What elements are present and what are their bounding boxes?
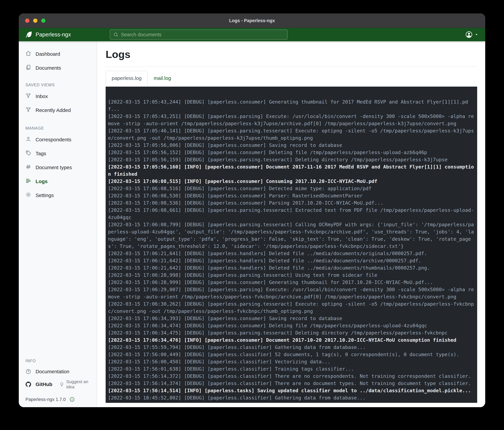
- log-line: [2022-03-15 17:56:01,638] [DEBUG] [paper…: [108, 365, 475, 373]
- sidebar-item-label: Documents: [36, 65, 61, 71]
- chevron-down-icon: [474, 32, 479, 37]
- log-line: [2022-03-15 17:56:14,372] [DEBUG] [paper…: [108, 373, 475, 380]
- search-bar[interactable]: Search documents: [110, 29, 288, 40]
- documents-icon: [26, 65, 31, 71]
- log-line: [2022-03-15 17:06:08,799] [DEBUG] [paper…: [108, 221, 475, 250]
- search-placeholder: Search documents: [121, 32, 162, 37]
- version-row: Paperless-ngx 1.7.0: [19, 391, 97, 402]
- sidebar-item-documentation[interactable]: Documentation: [19, 365, 97, 378]
- sidebar-item-label: GitHub: [36, 382, 52, 387]
- sidebar-item-label: Document types: [36, 165, 72, 170]
- log-content: [2022-03-15 17:05:43,244] [DEBUG] [paper…: [108, 87, 475, 403]
- sidebar-item-label: Inbox: [36, 93, 48, 99]
- sidebar-item[interactable]: Logs: [19, 174, 97, 188]
- log-line: [2022-03-15 17:56:14,514] [INFO] [paperl…: [108, 387, 475, 394]
- gear-icon: [26, 192, 31, 199]
- sidebar-item[interactable]: Recently Added: [19, 103, 97, 117]
- log-line: [2022-03-15 17:05:43,244] [DEBUG] [paper…: [108, 98, 475, 113]
- log-line: [2022-03-15 17:06:28,998] [DEBUG] [paper…: [108, 271, 475, 279]
- log-line: [2022-03-15 17:06:08,661] [DEBUG] [paper…: [108, 207, 475, 221]
- lightbulb-icon: [59, 382, 64, 387]
- window-title: Logs - Paperless-ngx: [19, 13, 485, 28]
- sidebar-item-github[interactable]: GitHub: [19, 378, 52, 391]
- log-line: [2022-03-15 17:05:56,006] [DEBUG] [paper…: [108, 142, 475, 149]
- log-line: [2022-03-15 17:06:34,476] [INFO] [paperl…: [108, 337, 475, 344]
- sidebar-item[interactable]: Settings: [19, 188, 97, 202]
- info-heading: INFO: [26, 358, 97, 363]
- log-line: [2022-03-15 17:05:56,160] [INFO] [paperl…: [108, 163, 475, 178]
- sidebar-item-label: Recently Added: [36, 107, 71, 113]
- log-viewer[interactable]: [2022-03-15 17:05:43,244] [DEBUG] [paper…: [106, 87, 477, 403]
- log-tab-label: mail.log: [153, 75, 171, 81]
- sidebar-item-label: Tags: [36, 151, 46, 156]
- log-line: [2022-03-15 17:05:43,251] [DEBUG] [paper…: [108, 113, 475, 127]
- app-header: Paperless-ngx Search documents: [19, 28, 485, 41]
- saved-views-heading: SAVED VIEWS: [26, 83, 97, 87]
- sidebar-item-label: Documentation: [36, 369, 69, 374]
- app-name: Paperless-ngx: [36, 31, 71, 38]
- title-divider: [106, 66, 477, 67]
- sidebar: Dashboard Documents SAVED VIEWS Inbox Re…: [19, 41, 97, 407]
- person-icon: [26, 136, 31, 143]
- log-line: [2022-03-15 17:06:21,641] [DEBUG] [paper…: [108, 250, 475, 257]
- hash-icon: [26, 164, 31, 171]
- user-avatar-icon: [465, 31, 473, 38]
- log-line: [2022-03-15 17:06:08,516] [DEBUG] [paper…: [108, 185, 475, 192]
- sidebar-item[interactable]: Dashboard: [19, 47, 97, 61]
- leaf-logo-icon: [25, 31, 33, 38]
- filter-icon: [26, 93, 31, 100]
- logs-icon: [26, 178, 31, 185]
- log-line: [2022-03-15 17:06:08,515] [INFO] [paperl…: [108, 178, 475, 185]
- sidebar-item[interactable]: Correspondents: [19, 133, 97, 147]
- info-circle-icon[interactable]: [69, 397, 75, 402]
- sidebar-item[interactable]: Tags: [19, 147, 97, 160]
- log-tabs: paperless.log mail.log: [106, 71, 477, 86]
- log-line: [2022-03-15 17:05:56,159] [DEBUG] [paper…: [108, 156, 475, 163]
- log-line: [2022-03-15 17:05:46,141] [DEBUG] [paper…: [108, 127, 475, 142]
- manage-heading: MANAGE: [26, 126, 97, 131]
- sidebar-item-label: Settings: [36, 193, 54, 198]
- suggest-idea-link[interactable]: Suggest an idea: [59, 379, 97, 390]
- app-version: Paperless-ngx 1.7.0: [26, 397, 66, 402]
- log-line: [2022-03-15 17:06:21,642] [DEBUG] [paper…: [108, 257, 475, 264]
- sidebar-item[interactable]: Inbox: [19, 89, 97, 103]
- log-line: [2022-03-15 17:06:08,530] [DEBUG] [paper…: [108, 192, 475, 199]
- sidebar-item-label: Correspondents: [36, 137, 71, 142]
- log-line: [2022-03-15 18:45:53,041] [DEBUG] [paper…: [108, 402, 475, 403]
- app-window: Logs - Paperless-ngx Paperless-ngx Searc…: [19, 13, 485, 407]
- tag-icon: [26, 150, 31, 157]
- search-icon: [113, 32, 118, 37]
- main-content: Logs paperless.log mail.log [2022-03-15 …: [97, 41, 485, 407]
- sidebar-item-label: Logs: [36, 178, 48, 184]
- log-line: [2022-03-15 17:06:29,007] [DEBUG] [paper…: [108, 286, 475, 300]
- sidebar-item[interactable]: Document types: [19, 160, 97, 174]
- github-icon: [26, 382, 31, 387]
- log-line: [2022-03-15 17:06:28,999] [DEBUG] [paper…: [108, 279, 475, 286]
- log-line: [2022-03-15 17:05:56,152] [DEBUG] [paper…: [108, 149, 475, 156]
- app-logo[interactable]: Paperless-ngx: [25, 31, 71, 38]
- log-tab[interactable]: mail.log: [148, 71, 177, 86]
- log-tab[interactable]: paperless.log: [106, 71, 148, 86]
- filter-icon: [26, 107, 31, 114]
- log-line: [2022-03-15 17:06:34,475] [DEBUG] [paper…: [108, 329, 475, 337]
- log-line: [2022-03-15 17:06:34,393] [DEBUG] [paper…: [108, 315, 475, 322]
- titlebar: Logs - Paperless-ngx: [19, 13, 485, 28]
- sidebar-item-label: Dashboard: [36, 51, 60, 57]
- question-circle-icon: [26, 369, 31, 374]
- log-line: [2022-03-15 17:56:00,450] [DEBUG] [paper…: [108, 358, 475, 365]
- log-line: [2022-03-15 17:06:34,474] [DEBUG] [paper…: [108, 322, 475, 329]
- log-line: [2022-03-15 17:56:14,374] [DEBUG] [paper…: [108, 380, 475, 387]
- log-line: [2022-03-15 17:55:59,794] [DEBUG] [paper…: [108, 344, 475, 351]
- log-line: [2022-03-15 17:06:21,642] [DEBUG] [paper…: [108, 264, 475, 271]
- sidebar-item[interactable]: Documents: [19, 61, 97, 75]
- home-icon: [26, 50, 31, 57]
- suggest-idea-label: Suggest an idea: [66, 379, 97, 390]
- log-line: [2022-03-15 17:06:30,262] [DEBUG] [paper…: [108, 300, 475, 315]
- log-line: [2022-03-15 17:06:08,536] [DEBUG] [paper…: [108, 199, 475, 207]
- log-line: [2022-03-15 17:56:00,449] [DEBUG] [paper…: [108, 351, 475, 358]
- page-title: Logs: [106, 49, 477, 60]
- log-line: [2022-03-15 18:45:52,802] [DEBUG] [paper…: [108, 394, 475, 402]
- user-menu[interactable]: [465, 31, 479, 38]
- log-tab-label: paperless.log: [112, 75, 142, 81]
